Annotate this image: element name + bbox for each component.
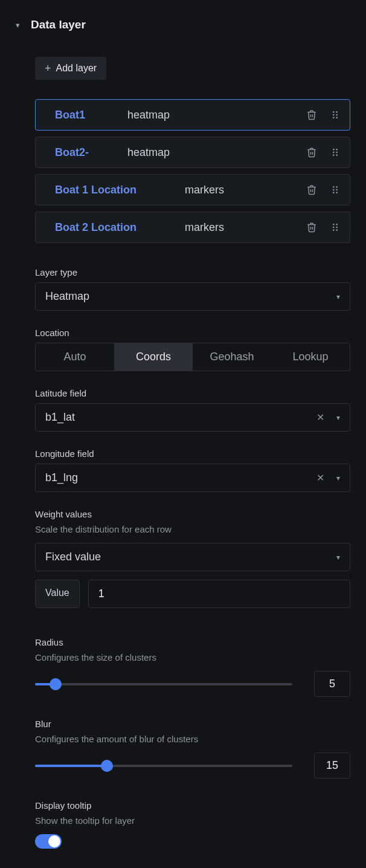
weight-value-label: Value — [35, 580, 80, 608]
layer-name: Boat 2 Location — [55, 221, 185, 234]
latitude-field: Latitude field b1_lat ✕ ▾ — [35, 388, 350, 432]
chevron-down-icon: ▾ — [336, 293, 340, 301]
add-layer-label: Add layer — [56, 63, 97, 74]
weight-field: Weight values Scale the distribution for… — [35, 509, 350, 571]
svg-point-23 — [336, 229, 338, 231]
section-header[interactable]: ▾ Data layer — [16, 18, 350, 31]
layers-list: Boat1heatmapBoat2-heatmapBoat 1 Location… — [35, 99, 350, 243]
tooltip-field: Display tooltip Show the tooltip for lay… — [35, 800, 350, 849]
radius-label: Radius — [35, 637, 350, 647]
chevron-down-icon: ▾ — [16, 21, 20, 30]
svg-point-5 — [336, 117, 338, 118]
location-label: Location — [35, 328, 350, 338]
svg-point-4 — [333, 117, 335, 118]
trash-icon[interactable] — [305, 146, 318, 159]
blur-slider[interactable] — [35, 761, 292, 771]
svg-point-21 — [336, 227, 338, 228]
svg-point-3 — [336, 114, 338, 116]
tooltip-label: Display tooltip — [35, 800, 350, 811]
svg-point-6 — [333, 149, 335, 151]
svg-point-8 — [333, 152, 335, 154]
svg-point-1 — [336, 111, 338, 113]
svg-point-20 — [333, 227, 335, 228]
radius-desc: Configures the size of clusters — [35, 652, 350, 662]
blur-desc: Configures the amount of blur of cluster… — [35, 734, 350, 744]
svg-point-16 — [333, 192, 335, 193]
svg-point-13 — [336, 186, 338, 188]
layer-row[interactable]: Boat 1 Locationmarkers — [35, 174, 350, 206]
layer-type-value: Heatmap — [45, 290, 89, 303]
layer-name: Boat 1 Location — [55, 184, 185, 196]
drag-handle-icon[interactable] — [329, 146, 341, 159]
clear-icon[interactable]: ✕ — [316, 472, 324, 484]
plus-icon: + — [45, 63, 51, 74]
svg-point-7 — [336, 149, 338, 151]
latitude-select[interactable]: b1_lat ✕ ▾ — [35, 403, 350, 432]
blur-value[interactable]: 15 — [314, 753, 350, 779]
location-segmented: AutoCoordsGeohashLookup — [35, 343, 350, 371]
location-field: Location AutoCoordsGeohashLookup — [35, 328, 350, 371]
toggle-knob — [48, 835, 60, 847]
chevron-down-icon: ▾ — [336, 413, 340, 422]
layer-type: heatmap — [127, 146, 305, 159]
latitude-label: Latitude field — [35, 388, 350, 398]
chevron-down-icon: ▾ — [336, 553, 340, 562]
tooltip-toggle[interactable] — [35, 834, 62, 849]
svg-point-18 — [333, 224, 335, 225]
svg-point-11 — [336, 154, 338, 156]
weight-value-row: Value — [35, 580, 350, 608]
layer-type-select[interactable]: Heatmap ▾ — [35, 282, 350, 311]
layer-type-label: Layer type — [35, 267, 350, 277]
svg-point-0 — [333, 111, 335, 113]
radius-field: Radius Configures the size of clusters 5 — [35, 637, 350, 697]
weight-mode-value: Fixed value — [45, 551, 101, 563]
clear-icon[interactable]: ✕ — [316, 412, 324, 423]
weight-label: Weight values — [35, 509, 350, 519]
trash-icon[interactable] — [305, 221, 318, 234]
layer-row[interactable]: Boat2-heatmap — [35, 137, 350, 168]
location-option-lookup[interactable]: Lookup — [271, 343, 350, 371]
section-title: Data layer — [31, 18, 86, 31]
drag-handle-icon[interactable] — [329, 108, 341, 121]
weight-mode-select[interactable]: Fixed value ▾ — [35, 543, 350, 571]
location-option-geohash[interactable]: Geohash — [193, 343, 271, 371]
layer-type: heatmap — [127, 109, 305, 121]
longitude-select[interactable]: b1_lng ✕ ▾ — [35, 464, 350, 492]
layer-type: markers — [185, 221, 305, 234]
layer-name: Boat2- — [55, 146, 127, 159]
layer-type: markers — [185, 184, 305, 196]
location-option-coords[interactable]: Coords — [114, 343, 193, 371]
layer-type-field: Layer type Heatmap ▾ — [35, 267, 350, 311]
svg-point-22 — [333, 229, 335, 231]
layer-name: Boat1 — [55, 109, 127, 121]
weight-desc: Scale the distribution for each row — [35, 524, 350, 534]
svg-point-2 — [333, 114, 335, 116]
trash-icon[interactable] — [305, 183, 318, 196]
chevron-down-icon: ▾ — [336, 474, 340, 482]
layer-row[interactable]: Boat 2 Locationmarkers — [35, 212, 350, 243]
drag-handle-icon[interactable] — [329, 221, 341, 234]
svg-point-15 — [336, 189, 338, 191]
svg-point-10 — [333, 154, 335, 156]
location-option-auto[interactable]: Auto — [36, 343, 114, 371]
weight-value-input[interactable] — [88, 580, 350, 608]
svg-point-17 — [336, 192, 338, 193]
tooltip-desc: Show the tooltip for layer — [35, 815, 350, 826]
radius-slider[interactable] — [35, 679, 292, 689]
longitude-value: b1_lng — [45, 471, 78, 484]
svg-point-19 — [336, 224, 338, 225]
section-content: + Add layer Boat1heatmapBoat2-heatmapBoa… — [16, 57, 350, 849]
add-layer-button[interactable]: + Add layer — [35, 57, 106, 80]
data-layer-panel: ▾ Data layer + Add layer Boat1heatmapBoa… — [0, 0, 366, 868]
longitude-field: Longitude field b1_lng ✕ ▾ — [35, 449, 350, 492]
longitude-label: Longitude field — [35, 449, 350, 459]
svg-point-14 — [333, 189, 335, 191]
drag-handle-icon[interactable] — [329, 183, 341, 196]
svg-point-12 — [333, 186, 335, 188]
layer-row[interactable]: Boat1heatmap — [35, 99, 350, 131]
latitude-value: b1_lat — [45, 411, 75, 424]
blur-field: Blur Configures the amount of blur of cl… — [35, 719, 350, 779]
blur-label: Blur — [35, 719, 350, 729]
radius-value[interactable]: 5 — [314, 671, 350, 697]
trash-icon[interactable] — [305, 108, 318, 121]
